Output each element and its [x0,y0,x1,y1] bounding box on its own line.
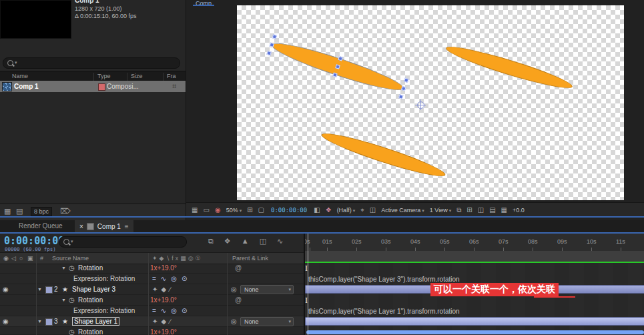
label-color-chip[interactable] [45,318,53,326]
selection-handle[interactable] [401,86,406,91]
expression-text[interactable]: thisComp.layer("Shape Layer 3").transfor… [308,276,460,283]
collapse-icon[interactable]: ▼ [61,298,66,302]
property-value[interactable]: 1x+19.0° [150,296,177,304]
pickwhip-icon[interactable]: @ [235,296,242,304]
channels-eye-icon[interactable]: ◉ [215,206,221,214]
timeline-panel-icon[interactable]: ▦ [501,206,507,214]
draft3d-icon[interactable]: ❖ [224,237,231,246]
column-name[interactable]: Name [12,73,28,79]
property-row-rotation-partial[interactable]: ◷ Rotation 1x+19.0° [0,327,304,335]
label-color-chip[interactable] [45,286,53,294]
property-row-rotation[interactable]: ▼ ◷ Rotation 1x+19.0° @ [0,263,304,274]
show-channel-icon[interactable]: ❖ [326,206,332,214]
selection-handle[interactable] [332,73,338,78]
graph-editor-icon[interactable]: ∿ [277,237,283,246]
track-row-rotation[interactable]: I [305,263,644,274]
preview-timecode[interactable]: 0:00:00:00 [271,207,307,214]
parent-select[interactable]: None▾ [240,285,294,294]
collapse-icon[interactable]: ▼ [37,319,42,324]
grid-guides-icon[interactable]: ⊞ [247,206,252,214]
column-layer-number[interactable]: # [40,255,43,262]
fast-previews-icon[interactable]: ▤ [489,206,495,214]
shape-ellipse-selected[interactable] [269,37,406,97]
track-row-rotation[interactable]: I [305,295,644,306]
anchor-target-icon[interactable] [417,101,424,109]
share-view-icon[interactable]: ⧉ [456,206,461,214]
current-time-indicator[interactable] [308,234,308,335]
trash-icon[interactable]: ⌦ [60,207,71,216]
expression-icons[interactable]: =∿◎⊙ [152,307,192,314]
column-frame[interactable]: Fra [167,73,176,79]
magnification-select[interactable]: 50%▾ [226,207,242,214]
close-icon[interactable]: × [79,223,83,230]
parent-select[interactable]: None▾ [240,317,294,326]
region-of-interest-icon[interactable]: ▢ [258,206,264,214]
column-size[interactable]: Size [131,73,143,79]
expression-row[interactable]: Expression: Rotation =∿◎⊙ [0,306,304,316]
orange-ellipse[interactable] [319,127,447,182]
timeline-search-input[interactable]: ▾ [59,236,187,248]
track-row-layer-1[interactable] [305,316,644,327]
collapse-icon[interactable]: ▼ [61,266,66,270]
layer-switches-icons[interactable]: ✦◆∕ [152,318,174,325]
stopwatch-icon[interactable]: ◷ [69,264,75,272]
property-label[interactable]: Rotation [78,264,103,272]
collapse-icon[interactable]: ▼ [37,287,42,292]
viewer-tab-comp1[interactable]: Comp [193,0,214,6]
orange-ellipse[interactable] [444,41,575,94]
layer-row-shape-layer-1[interactable]: ◉ ▼ 3 ★ Shape Layer 1 ✦◆∕ ◎ None▾ [0,316,304,327]
time-ruler[interactable]: 0s 01s 02s 03s 04s 05s 06s 07s 08s 09s 1… [305,234,644,252]
stopwatch-icon[interactable]: ◷ [69,328,75,335]
property-value[interactable]: 1x+19.0° [150,264,177,272]
shape-ellipse-2[interactable] [444,41,575,94]
selection-handle[interactable] [398,94,404,99]
column-source-name[interactable]: Source Name [52,255,89,262]
transparency-grid-icon[interactable]: ▦ [192,206,198,214]
pixel-aspect-icon[interactable]: ◫ [370,206,376,214]
property-label[interactable]: Rotation [78,328,103,335]
chevron-down-icon[interactable]: ▾ [15,60,17,65]
column-type[interactable]: Type [97,73,111,79]
chevron-down-icon[interactable]: ▾ [71,239,73,244]
expression-text[interactable]: thisComp.layer("Shape Layer 1").transfor… [308,308,460,315]
property-row-rotation[interactable]: ▼ ◷ Rotation 1x+19.0° @ [0,295,304,306]
composition-canvas[interactable] [237,5,624,200]
current-timecode[interactable]: 0:00:00:00 [4,235,64,247]
stopwatch-icon[interactable]: ◷ [69,296,75,304]
column-parent-link[interactable]: Parent & Link [232,255,268,262]
pickwhip-icon[interactable]: @ [235,264,242,272]
project-bit-depth[interactable]: 8 bpc [31,207,52,216]
property-value[interactable]: 1x+19.0° [150,328,177,335]
interpret-footage-icon[interactable]: ▦ [4,207,11,216]
project-search-input[interactable]: ▾ [3,57,180,69]
property-label[interactable]: Rotation [78,296,103,304]
work-area-bar[interactable] [305,251,644,262]
parent-pickwhip-icon[interactable]: ◎ [231,286,237,293]
camera-select[interactable]: Active Camera▾ [381,207,424,214]
eye-icon[interactable]: ◉ [3,286,9,293]
frame-blending-icon[interactable]: ◫ [260,237,266,246]
layer-row-shape-layer-3[interactable]: ◉ ▼ 2 ★ Shape Layer 3 ✦◆∕ ◎ None▾ [0,284,304,295]
layer-duration-bar-selected[interactable] [305,317,644,326]
panel-menu-icon[interactable]: ≡ [125,223,129,230]
project-item-comp1[interactable]: Comp 1 Composi... ⌗ [0,81,186,92]
shape-ellipse-3[interactable] [319,127,447,182]
selection-handle[interactable] [404,78,409,83]
monitor-icon[interactable]: ▭ [203,206,209,214]
expression-row[interactable]: Expression: Rotation =∿◎⊙ [0,274,304,284]
new-folder-icon[interactable]: ▤ [16,207,23,216]
mini-flowchart-icon[interactable]: ⧉ [208,237,214,246]
eye-icon[interactable]: ◉ [3,318,9,325]
resolution-select[interactable]: (Half)▾ [337,207,356,214]
layer-name[interactable]: Shape Layer 1 [72,317,119,326]
3d-ground-plane-icon[interactable]: ⊞ [466,206,472,214]
view-layout-select[interactable]: 1 View▾ [430,207,451,214]
hide-shy-icon[interactable]: ▲ [242,237,249,246]
selection-handle[interactable] [272,34,278,39]
region-target-icon[interactable]: ⌖ [360,206,364,214]
tab-comp1[interactable]: × Comp 1 ≡ [75,220,133,232]
parent-pickwhip-icon[interactable]: ◎ [231,318,237,325]
selection-handle[interactable] [266,51,272,56]
3d-view-gizmo-icon[interactable]: ◫ [478,206,484,214]
layer-name[interactable]: Shape Layer 3 [72,286,115,293]
